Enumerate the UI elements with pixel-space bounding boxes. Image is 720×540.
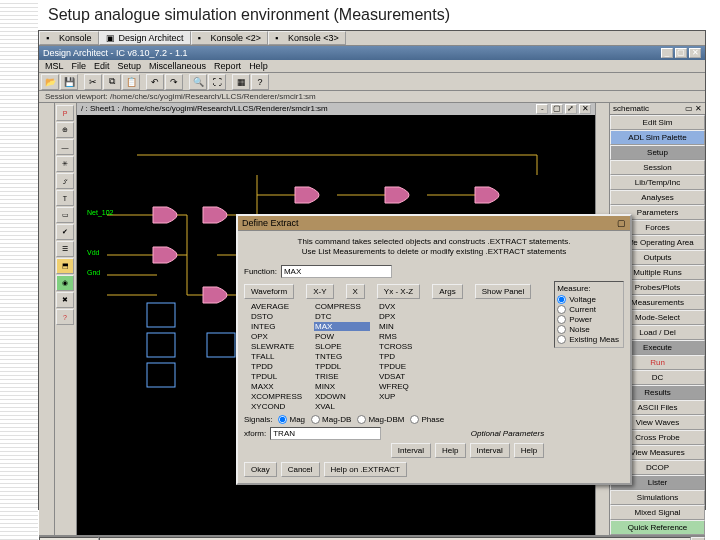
func-option[interactable]: WFREQ (378, 382, 434, 391)
func-option[interactable]: DTC (314, 312, 370, 321)
canvas-close-icon[interactable]: ✕ (579, 104, 591, 114)
menu-file[interactable]: File (72, 61, 87, 71)
tool-copy-icon[interactable]: ⧉ (103, 74, 121, 90)
panel-ctrl-icon[interactable]: ▭ ✕ (685, 104, 702, 113)
okay-button[interactable]: Okay (244, 462, 277, 477)
func-option[interactable]: SLOPE (314, 342, 370, 351)
task-tab[interactable]: ▪Konsole <3> (268, 31, 346, 45)
measure-voltage[interactable]: Voltage (557, 295, 619, 304)
minimize-button[interactable]: _ (661, 48, 673, 58)
tool-help-icon[interactable]: ? (56, 309, 74, 325)
menu-report[interactable]: Report (214, 61, 241, 71)
dialog-close-icon[interactable]: ▢ (617, 218, 626, 228)
tool-fit-icon[interactable]: ⛶ (208, 74, 226, 90)
canvas-min-icon[interactable]: - (536, 104, 548, 114)
func-option[interactable]: MAX (314, 322, 370, 331)
func-option[interactable]: VDSAT (378, 372, 434, 381)
func-option[interactable]: COMPRESS (314, 302, 370, 311)
panel-quickref[interactable]: Quick Reference (610, 520, 705, 535)
opt-btn-3[interactable]: Interval (470, 443, 510, 458)
tool-grid-icon[interactable]: ▦ (232, 74, 250, 90)
func-option[interactable]: TPDD (250, 362, 306, 371)
measure-existing[interactable]: Existing Meas (557, 335, 619, 344)
tool-pin-icon[interactable]: ⊕ (56, 122, 74, 138)
function-list[interactable]: AVERAGECOMPRESSDVXDSTODTCDPXINTEGMAXMINO… (250, 302, 544, 411)
tab-showpanel[interactable]: Show Panel (475, 284, 532, 299)
tool-symbol-icon[interactable]: ▭ (56, 207, 74, 223)
func-option[interactable]: MIN (378, 322, 434, 331)
panel-analyses[interactable]: Analyses (610, 190, 705, 205)
func-option[interactable]: DSTO (250, 312, 306, 321)
func-option[interactable]: TPDUE (378, 362, 434, 371)
func-option[interactable]: TPDUL (250, 372, 306, 381)
func-option[interactable]: MINX (314, 382, 370, 391)
panel-mixedsig[interactable]: Mixed Signal (610, 505, 705, 520)
tool-layers-icon[interactable]: ☰ (56, 241, 74, 257)
menu-help[interactable]: Help (249, 61, 268, 71)
func-option[interactable]: TCROSS (378, 342, 434, 351)
tool-text-icon[interactable]: T (56, 190, 74, 206)
measure-current[interactable]: Current (557, 305, 619, 314)
sig-mag[interactable]: Mag (278, 415, 305, 424)
tool-hier-icon[interactable]: ⬒ (56, 258, 74, 274)
measure-noise[interactable]: Noise (557, 325, 619, 334)
task-tab[interactable]: ▣Design Architect (99, 31, 191, 45)
sig-phase[interactable]: Phase (410, 415, 444, 424)
func-option[interactable]: TNTEG (314, 352, 370, 361)
tool-open-icon[interactable]: 📂 (41, 74, 59, 90)
panel-adl-sim[interactable]: ADL Sim Palette (610, 130, 705, 145)
func-option[interactable]: TPD (378, 352, 434, 361)
tool-paste-icon[interactable]: 📋 (122, 74, 140, 90)
tab-x[interactable]: X (346, 284, 365, 299)
opt-btn-4[interactable]: Help (514, 443, 544, 458)
menu-msl[interactable]: MSL (45, 61, 64, 71)
tab-xy[interactable]: X-Y (306, 284, 333, 299)
tool-undo-icon[interactable]: ↶ (146, 74, 164, 90)
tab-waveform[interactable]: Waveform (244, 284, 294, 299)
func-option[interactable]: XYCOND (250, 402, 306, 411)
tool-question-icon[interactable]: ? (251, 74, 269, 90)
help-extract-button[interactable]: Help on .EXTRACT (324, 462, 407, 477)
tool-wire-icon[interactable]: — (56, 139, 74, 155)
func-option[interactable]: XUP (378, 392, 434, 401)
tool-and-gate-icon[interactable]: P (56, 105, 74, 121)
tool-redo-icon[interactable]: ↷ (165, 74, 183, 90)
tool-zoom-icon[interactable]: 🔍 (189, 74, 207, 90)
opt-btn-2[interactable]: Help (435, 443, 465, 458)
func-option[interactable]: DPX (378, 312, 434, 321)
tool-check-icon[interactable]: ✔ (56, 224, 74, 240)
tool-net-icon[interactable]: ✳ (56, 156, 74, 172)
func-option[interactable]: OPX (250, 332, 306, 341)
func-option[interactable]: TPDDL (314, 362, 370, 371)
panel-lib[interactable]: Lib/Temp/Inc (610, 175, 705, 190)
panel-edit-sim[interactable]: Edit Sim (610, 115, 705, 130)
close-button[interactable]: ✕ (689, 48, 701, 58)
task-tab[interactable]: ▪Konsole (39, 31, 99, 45)
panel-session[interactable]: Session (610, 160, 705, 175)
cancel-button[interactable]: Cancel (281, 462, 320, 477)
menu-edit[interactable]: Edit (94, 61, 110, 71)
func-option[interactable]: SLEWRATE (250, 342, 306, 351)
tool-save-icon[interactable]: 💾 (60, 74, 78, 90)
tab-args[interactable]: Args (432, 284, 462, 299)
func-option[interactable]: POW (314, 332, 370, 341)
func-option[interactable]: TRISE (314, 372, 370, 381)
panel-simulations[interactable]: Simulations (610, 490, 705, 505)
menu-misc[interactable]: Miscellaneous (149, 61, 206, 71)
func-option[interactable]: RMS (378, 332, 434, 341)
func-option[interactable]: AVERAGE (250, 302, 306, 311)
func-option[interactable]: XVAL (314, 402, 370, 411)
func-option[interactable]: MAXX (250, 382, 306, 391)
func-option[interactable]: TFALL (250, 352, 306, 361)
function-input[interactable] (281, 265, 392, 278)
tool-probe-icon[interactable]: ◉ (56, 275, 74, 291)
canvas-rest-icon[interactable]: ⤢ (565, 104, 577, 114)
xform-input[interactable] (270, 427, 381, 440)
func-option[interactable]: INTEG (250, 322, 306, 331)
func-option[interactable]: XDOWN (314, 392, 370, 401)
maximize-button[interactable]: ▢ (675, 48, 687, 58)
sig-magdb[interactable]: Mag-DB (311, 415, 351, 424)
tool-delete-icon[interactable]: ✖ (56, 292, 74, 308)
tool-bus-icon[interactable]: ⫽ (56, 173, 74, 189)
canvas-max-icon[interactable]: ▢ (551, 104, 563, 114)
